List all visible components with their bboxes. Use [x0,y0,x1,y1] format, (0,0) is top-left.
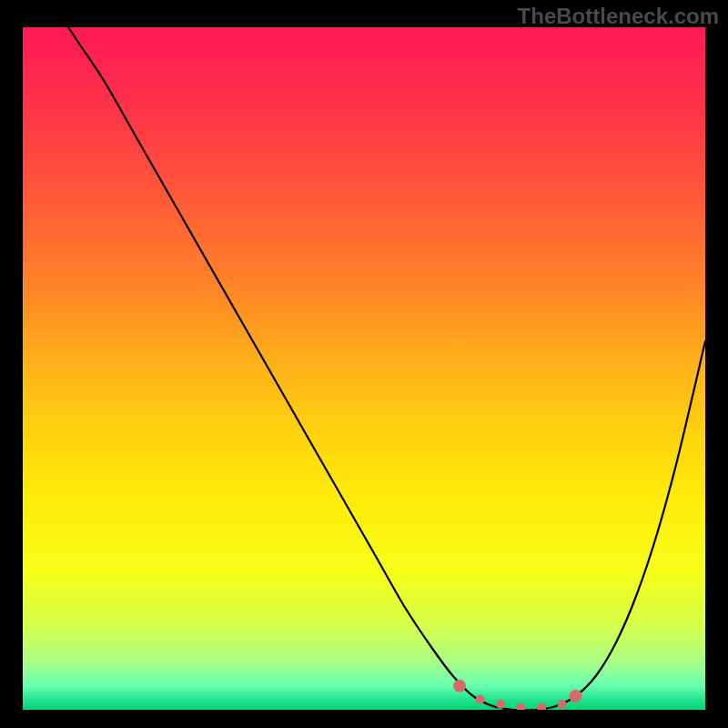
optimal-marker [476,695,485,704]
chart-frame: TheBottleneck.com [0,0,728,728]
watermark-text: TheBottleneck.com [518,4,719,29]
optimal-marker [570,690,582,703]
gradient-background [23,27,705,710]
optimal-marker [558,700,567,709]
optimal-marker [496,700,505,709]
bottleneck-chart [23,27,705,710]
plot-area [23,27,705,710]
optimal-marker [453,680,466,693]
